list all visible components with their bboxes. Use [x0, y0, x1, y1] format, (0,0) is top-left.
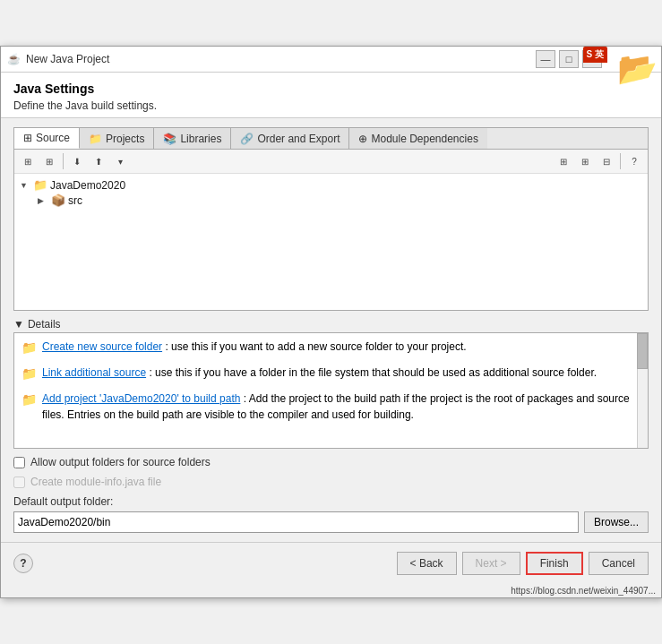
next-button[interactable]: Next >	[462, 552, 520, 575]
details-item-add: 📁 Add project 'JavaDemo2020' to build pa…	[21, 391, 641, 423]
restore-button[interactable]: □	[559, 50, 579, 68]
grid2-icon: ⊞	[578, 154, 592, 168]
add-project-build-link[interactable]: Add project 'JavaDemo2020' to build path	[42, 392, 240, 405]
details-item-create-text: Create new source folder : use this if y…	[42, 339, 467, 355]
browse-button[interactable]: Browse...	[584, 511, 649, 533]
source-tree: ▼ 📁 JavaDemo2020 ▶ 📦 src	[14, 174, 648, 211]
toolbar-r1-button[interactable]: ⊞	[554, 151, 573, 171]
create-source-folder-link[interactable]: Create new source folder	[42, 340, 162, 353]
page-subtitle: Define the Java build settings.	[13, 99, 649, 112]
tab-projects[interactable]: 📁 Projects	[80, 128, 154, 149]
cancel-button[interactable]: Cancel	[589, 552, 649, 575]
minimize-button[interactable]: —	[536, 50, 555, 68]
page-header: Java Settings Define the Java build sett…	[1, 73, 661, 118]
module-tab-icon: ⊕	[358, 133, 367, 145]
toolbar-r3-button[interactable]: ⊟	[597, 151, 616, 171]
projects-tab-label: Projects	[106, 133, 144, 145]
sogou-icon: S 英	[583, 47, 607, 63]
content-area: ⊞ Source 📁 Projects 📚 Libraries 🔗 Order …	[1, 118, 661, 542]
tab-order[interactable]: 🔗 Order and Export	[231, 128, 349, 149]
src-label: src	[68, 194, 82, 207]
details-item-link-desc: : use this if you have a folder in the f…	[149, 366, 597, 379]
allow-output-folders-row: Allow output folders for source folders	[13, 456, 649, 468]
details-item-link-text: Link additional source : use this if you…	[42, 365, 597, 381]
filter-down-button[interactable]: ⬇	[67, 151, 87, 171]
create-module-row: Create module-info.java file	[13, 476, 649, 488]
details-header-label: Details	[28, 318, 61, 331]
separator2	[620, 153, 621, 169]
help-button[interactable]: ?	[13, 554, 33, 573]
details-toggle-icon: ▼	[13, 318, 24, 331]
scroll-thumb[interactable]	[637, 333, 648, 369]
window-icon: ☕	[6, 52, 21, 66]
order-tab-label: Order and Export	[257, 133, 340, 145]
details-content: 📁 Create new source folder : use this if…	[13, 332, 649, 449]
module-tab-label: Module Dependencies	[371, 133, 477, 145]
tabs-bar: ⊞ Source 📁 Projects 📚 Libraries 🔗 Order …	[13, 127, 649, 150]
tree-toggle-project: ▼	[20, 181, 30, 190]
output-folder-label: Default output folder:	[13, 495, 649, 508]
create-module-checkbox[interactable]	[13, 477, 25, 488]
tree-toggle-src: ▶	[38, 196, 48, 205]
bottom-bar: ? < Back Next > Finish Cancel	[1, 542, 661, 584]
tree-children: ▶ 📦 src	[36, 193, 644, 208]
details-item-create: 📁 Create new source folder : use this if…	[21, 339, 641, 357]
details-item-create-desc: : use this if you want to add a new sour…	[165, 340, 466, 353]
add-folder-icon: ⊞	[21, 154, 35, 168]
create-module-label: Create module-info.java file	[30, 476, 161, 488]
source-tab-label: Source	[36, 132, 70, 144]
details-item-add-text: Add project 'JavaDemo2020' to build path…	[42, 391, 641, 423]
tree-item-project[interactable]: ▼ 📁 JavaDemo2020	[18, 177, 644, 193]
filter-up-button[interactable]: ⬆	[89, 151, 108, 171]
filter-up-icon: ⬆	[91, 154, 106, 168]
filter-dropdown-button[interactable]: ▾	[110, 151, 130, 171]
libraries-tab-icon: 📚	[163, 133, 176, 145]
grid-icon: ⊞	[556, 154, 571, 168]
source-toolbar: ⊞ ⊞ ⬇ ⬆ ▾ ⊞ ⊞	[14, 150, 648, 174]
title-bar: ☕ New Java Project S 英 📂 — □ ✕	[1, 47, 661, 73]
help-small-icon: ?	[627, 154, 641, 168]
link-additional-source-link[interactable]: Link additional source	[42, 366, 146, 379]
output-folder-input[interactable]	[13, 511, 579, 533]
details-item-link: 📁 Link additional source : use this if y…	[21, 365, 641, 383]
window-title: New Java Project	[26, 53, 536, 65]
status-bar: https://blog.csdn.net/weixin_44907...	[1, 584, 661, 597]
toolbar-r2-button[interactable]: ⊞	[575, 151, 595, 171]
link-folder-icon: 📁	[21, 365, 37, 383]
filter-down-icon: ⬇	[70, 154, 84, 168]
add-folder-button2[interactable]: ⊞	[39, 151, 59, 171]
add-source-folder-button[interactable]: ⊞	[18, 151, 38, 171]
allow-output-folders-label: Allow output folders for source folders	[30, 456, 211, 468]
order-tab-icon: 🔗	[240, 133, 254, 145]
source-panel: ⊞ ⊞ ⬇ ⬆ ▾ ⊞ ⊞	[13, 150, 649, 311]
create-folder-icon: 📁	[21, 339, 37, 357]
bottom-buttons: < Back Next > Finish Cancel	[397, 552, 649, 575]
project-label: JavaDemo2020	[50, 179, 125, 192]
allow-output-folders-checkbox[interactable]	[13, 457, 25, 468]
tab-libraries[interactable]: 📚 Libraries	[154, 128, 231, 149]
src-icon: 📦	[51, 193, 65, 207]
project-icon: 📁	[33, 178, 47, 192]
toolbar-help-button[interactable]: ?	[624, 151, 644, 171]
main-window: ☕ New Java Project S 英 📂 — □ ✕ Java Sett…	[0, 46, 662, 598]
back-button[interactable]: < Back	[397, 552, 457, 575]
minus-grid-icon: ⊟	[599, 154, 614, 168]
page-title: Java Settings	[13, 82, 649, 96]
details-section: ▼ Details 📁 Create new source folder : u…	[13, 316, 649, 449]
details-header[interactable]: ▼ Details	[13, 316, 649, 332]
source-tab-icon: ⊞	[23, 132, 32, 144]
tab-source[interactable]: ⊞ Source	[14, 128, 80, 149]
dropdown-icon: ▾	[113, 154, 127, 168]
projects-tab-icon: 📁	[89, 133, 102, 145]
separator1	[63, 153, 64, 169]
libraries-tab-label: Libraries	[180, 133, 221, 145]
scroll-track	[637, 333, 648, 448]
add-project-icon: 📁	[21, 391, 37, 409]
output-folder-row: Browse...	[13, 511, 649, 533]
folder-icon: ⊞	[42, 154, 56, 168]
finish-button[interactable]: Finish	[526, 552, 583, 575]
tab-module[interactable]: ⊕ Module Dependencies	[349, 128, 486, 149]
tree-item-src[interactable]: ▶ 📦 src	[36, 193, 644, 208]
folder-decoration: 📂	[612, 47, 661, 91]
